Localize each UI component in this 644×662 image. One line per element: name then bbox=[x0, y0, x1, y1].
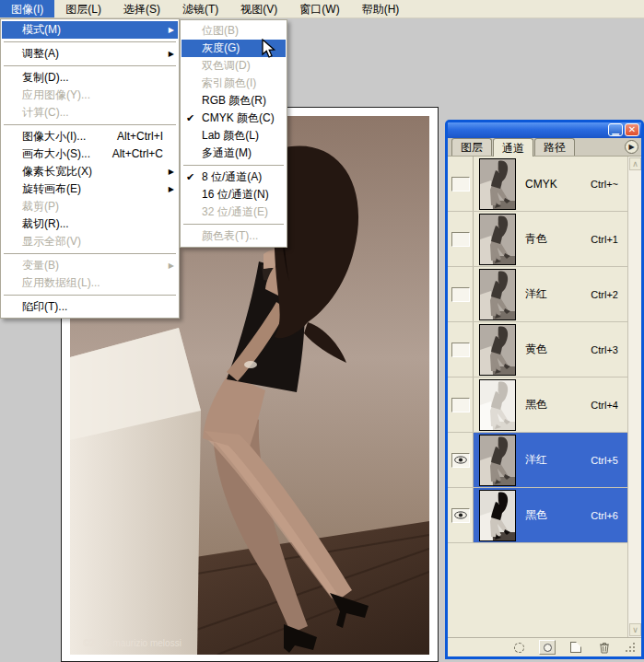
menu-item-apply-data-set: 应用数据组(L)... bbox=[2, 274, 178, 292]
eye-icon bbox=[454, 511, 467, 519]
channel-thumbnail[interactable] bbox=[479, 269, 516, 320]
menu-item-trim[interactable]: 裁切(R)... bbox=[2, 215, 178, 233]
new-channel-icon bbox=[570, 642, 581, 653]
menu-item-reveal-all: 显示全部(V) bbox=[2, 233, 178, 250]
visibility-checkbox[interactable] bbox=[451, 398, 470, 412]
visibility-checkbox[interactable] bbox=[451, 287, 470, 302]
menu-separator bbox=[4, 295, 176, 296]
channel-row-black-copy[interactable]: 黑色 Ctrl+6 bbox=[448, 488, 627, 543]
visibility-cell[interactable] bbox=[448, 267, 474, 321]
shortcut-label: Alt+Ctrl+I bbox=[117, 128, 163, 145]
submenu-item-16bit[interactable]: 16 位/通道(N) bbox=[181, 186, 286, 203]
tab-layers[interactable]: 图层 bbox=[451, 138, 492, 156]
submenu-item-rgb[interactable]: RGB 颜色(R) bbox=[181, 92, 286, 110]
visibility-cell[interactable] bbox=[448, 157, 474, 211]
submenu-item-lab[interactable]: Lab 颜色(L) bbox=[181, 127, 286, 145]
menubar-item-help[interactable]: 帮助(H) bbox=[351, 0, 411, 17]
channel-row-black[interactable]: 黑色 Ctrl+4 bbox=[448, 377, 627, 433]
menu-separator bbox=[183, 224, 284, 225]
menu-item-crop: 裁剪(P) bbox=[2, 198, 178, 215]
delete-channel-button[interactable] bbox=[596, 640, 613, 655]
channel-shortcut: Ctrl+4 bbox=[591, 400, 618, 411]
menu-item-mode[interactable]: 模式(M)▶ bbox=[2, 21, 178, 39]
channel-shortcut: Ctrl+1 bbox=[591, 234, 618, 245]
save-selection-icon bbox=[544, 644, 552, 652]
visibility-cell[interactable] bbox=[448, 488, 474, 542]
menubar-item-select[interactable]: 选择(S) bbox=[112, 0, 171, 17]
panel-menu-icon[interactable]: ▶ bbox=[625, 140, 638, 154]
minimize-icon[interactable]: ▁ bbox=[608, 123, 623, 136]
panel-title-bar[interactable]: ▁ ✕ bbox=[448, 122, 641, 138]
tab-paths[interactable]: 路径 bbox=[534, 138, 575, 156]
submenu-item-8bit[interactable]: ✔ 8 位/通道(A) bbox=[181, 168, 286, 186]
mouse-cursor-icon bbox=[261, 39, 277, 62]
channel-thumbnail[interactable] bbox=[479, 435, 516, 486]
menu-item-calculations: 计算(C)... bbox=[2, 104, 178, 122]
resize-grip[interactable] bbox=[625, 642, 636, 653]
photo-credit: ©2006 maurizio melossi bbox=[83, 638, 181, 648]
menu-separator bbox=[183, 165, 284, 166]
shortcut-label: Alt+Ctrl+C bbox=[112, 145, 163, 163]
visibility-checkbox[interactable] bbox=[451, 177, 470, 192]
visibility-cell[interactable] bbox=[448, 377, 474, 432]
channel-row-cmyk[interactable]: CMYK Ctrl+~ bbox=[448, 157, 627, 212]
channel-shortcut: Ctrl+3 bbox=[591, 344, 618, 355]
load-selection-button[interactable] bbox=[510, 640, 527, 655]
channel-row-yellow[interactable]: 黄色 Ctrl+3 bbox=[448, 322, 627, 377]
visibility-checkbox[interactable] bbox=[451, 508, 470, 523]
menubar-item-view[interactable]: 视图(V) bbox=[229, 0, 288, 17]
scroll-up-icon[interactable]: ∧ bbox=[629, 157, 641, 170]
eye-icon bbox=[454, 456, 467, 464]
channel-row-magenta[interactable]: 洋红 Ctrl+2 bbox=[448, 267, 627, 322]
channel-thumbnail[interactable] bbox=[479, 158, 516, 210]
visibility-checkbox[interactable] bbox=[451, 453, 470, 468]
menu-item-image-size[interactable]: 图像大小(I)...Alt+Ctrl+I bbox=[2, 128, 178, 145]
check-icon: ✔ bbox=[186, 110, 194, 127]
submenu-item-indexed-color: 索引颜色(I) bbox=[181, 75, 286, 92]
menu-item-pixel-aspect-ratio[interactable]: 像素长宽比(X)▶ bbox=[2, 163, 178, 180]
menubar-item-filter[interactable]: 滤镜(T) bbox=[171, 0, 229, 17]
submenu-item-bitmap: 位图(B) bbox=[181, 22, 286, 40]
channel-label: CMYK bbox=[525, 178, 557, 191]
menubar-item-window[interactable]: 窗口(W) bbox=[288, 0, 350, 17]
scrollbar[interactable]: ∧ ∨ bbox=[627, 157, 641, 637]
visibility-checkbox[interactable] bbox=[451, 232, 470, 247]
visibility-cell[interactable] bbox=[448, 433, 474, 487]
menu-item-duplicate[interactable]: 复制(D)... bbox=[2, 69, 178, 87]
menu-item-rotate-canvas[interactable]: 旋转画布(E)▶ bbox=[2, 180, 178, 198]
menubar-item-layer[interactable]: 图层(L) bbox=[54, 0, 112, 17]
channel-thumbnail[interactable] bbox=[479, 324, 516, 376]
channel-thumbnail[interactable] bbox=[479, 379, 516, 431]
submenu-item-color-table: 颜色表(T)... bbox=[181, 227, 286, 245]
menu-bar: 图像(I) 图层(L) 选择(S) 滤镜(T) 视图(V) 窗口(W) 帮助(H… bbox=[0, 0, 644, 18]
menubar-item-image[interactable]: 图像(I) bbox=[0, 0, 54, 17]
save-selection-as-channel-button[interactable] bbox=[539, 640, 556, 655]
scroll-down-icon[interactable]: ∨ bbox=[629, 623, 641, 636]
visibility-checkbox[interactable] bbox=[451, 343, 470, 357]
channel-thumbnail[interactable] bbox=[479, 214, 516, 265]
submenu-item-cmyk[interactable]: ✔ CMYK 颜色(C) bbox=[181, 110, 286, 127]
channel-shortcut: Ctrl+~ bbox=[591, 179, 618, 190]
tab-channels[interactable]: 通道 bbox=[493, 138, 533, 157]
submenu-arrow-icon: ▶ bbox=[169, 180, 174, 198]
load-selection-icon bbox=[514, 643, 524, 653]
new-channel-button[interactable] bbox=[568, 640, 584, 655]
channel-thumbnail[interactable] bbox=[479, 490, 516, 541]
menu-item-variables: 变量(B)▶ bbox=[2, 257, 178, 274]
channel-label: 黑色 bbox=[525, 507, 547, 523]
channel-label: 洋红 bbox=[525, 452, 547, 468]
menu-separator bbox=[4, 41, 176, 42]
menu-item-canvas-size[interactable]: 画布大小(S)...Alt+Ctrl+C bbox=[2, 145, 178, 163]
visibility-cell[interactable] bbox=[448, 322, 474, 377]
submenu-arrow-icon: ▶ bbox=[169, 163, 174, 180]
channel-shortcut: Ctrl+6 bbox=[591, 510, 618, 521]
submenu-item-32bit: 32 位/通道(E) bbox=[181, 203, 286, 221]
close-icon[interactable]: ✕ bbox=[625, 123, 639, 136]
submenu-arrow-icon: ▶ bbox=[169, 257, 174, 274]
channel-row-magenta-copy[interactable]: 洋红 Ctrl+5 bbox=[448, 433, 627, 488]
menu-item-trap[interactable]: 陷印(T)... bbox=[2, 298, 178, 316]
visibility-cell[interactable] bbox=[448, 212, 474, 266]
submenu-item-multichannel[interactable]: 多通道(M) bbox=[181, 145, 286, 162]
channel-row-cyan[interactable]: 青色 Ctrl+1 bbox=[448, 212, 627, 267]
menu-item-adjustments[interactable]: 调整(A)▶ bbox=[2, 45, 178, 63]
